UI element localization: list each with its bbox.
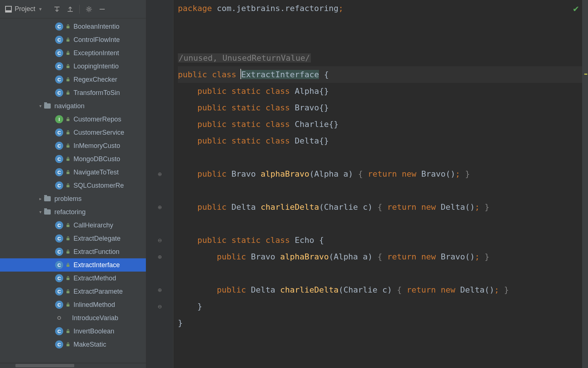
svg-rect-11 (67, 172, 69, 174)
svg-rect-12 (67, 185, 69, 187)
class-icon: C (55, 155, 63, 163)
tree-item-refactoring[interactable]: ▾refactoring (0, 205, 146, 219)
svg-rect-21 (67, 344, 69, 346)
lock-icon (65, 130, 71, 135)
svg-rect-9 (67, 145, 69, 148)
tree-item-label: CustomerService (74, 129, 124, 137)
tree-item-label: InMemoryCusto (74, 142, 120, 150)
code-line[interactable]: public static class Alpha{} (178, 83, 582, 99)
lock-icon (65, 236, 71, 241)
project-tree[interactable]: CBooleanIntentioCControlFlowInteCExcepti… (0, 18, 146, 363)
tree-item-introducevariab[interactable]: IntroduceVariab (0, 311, 146, 325)
code-line[interactable] (178, 33, 582, 50)
settings-button[interactable] (83, 4, 94, 15)
tree-item-invertboolean[interactable]: CInvertBoolean (0, 325, 146, 338)
tree-item-extractparamete[interactable]: CExtractParamete (0, 285, 146, 298)
code-line[interactable]: public Bravo alphaBravo(Alpha a) { retur… (178, 248, 582, 265)
tree-item-label: SQLCustomerRe (74, 182, 124, 190)
class-icon: C (55, 62, 63, 70)
code-line[interactable]: public static class Delta{} (178, 132, 582, 149)
svg-rect-2 (67, 39, 69, 42)
gutter-line (146, 215, 173, 232)
class-icon: C (55, 261, 63, 269)
editor-gutter: ⊕⊕⊖⊕⊕⊖ (146, 0, 173, 368)
tree-item-loopingintentio[interactable]: CLoopingIntentio (0, 60, 146, 73)
tree-item-label: TransformToSin (74, 89, 120, 97)
tree-item-label: MakeStatic (74, 341, 106, 348)
code-line[interactable]: package com.jetbrains.refactoring; (178, 0, 582, 17)
expand-all-button[interactable] (51, 4, 62, 15)
sidebar-hscrollbar[interactable] (0, 363, 146, 368)
tree-item-controlflowinte[interactable]: CControlFlowInte (0, 33, 146, 46)
project-icon (5, 6, 12, 13)
code-line[interactable] (178, 265, 582, 282)
class-icon: C (55, 340, 63, 348)
code-line[interactable]: } (178, 315, 582, 331)
tree-item-label: BooleanIntentio (74, 23, 119, 31)
tree-item-sqlcustomerre[interactable]: CSQLCustomerRe (0, 179, 146, 192)
tree-item-transformtosin[interactable]: CTransformToSin (0, 86, 146, 99)
tree-item-label: ExtractDelegate (74, 235, 121, 243)
code-line[interactable] (178, 215, 582, 232)
code-line[interactable] (178, 17, 582, 33)
tree-item-mongodbcusto[interactable]: CMongoDBCusto (0, 152, 146, 166)
tree-item-navigation[interactable]: ▾navigation (0, 99, 146, 113)
tree-item-label: InlinedMethod (74, 301, 115, 309)
lock-icon (65, 51, 71, 55)
code-line[interactable]: public Delta charlieDelta(Charlie c) { r… (178, 199, 582, 215)
svg-rect-6 (67, 92, 69, 95)
code-line[interactable]: public Bravo alphaBravo(Alpha a) { retur… (178, 166, 582, 182)
project-title: Project (15, 5, 35, 13)
class-icon: C (55, 274, 63, 282)
code-line[interactable]: /unused, UnusedReturnValue/ (178, 50, 582, 66)
tree-item-exceptionintent[interactable]: CExceptionIntent (0, 46, 146, 60)
code-line[interactable]: public Delta charlieDelta(Charlie c) { r… (178, 282, 582, 298)
chevron-down-icon: ▾ (37, 209, 44, 215)
collapse-all-button[interactable] (65, 4, 76, 15)
tree-item-regexchecker[interactable]: CRegexChecker (0, 73, 146, 86)
gutter-line: ⊕ (146, 282, 173, 298)
tree-item-extractinterface[interactable]: CExtractInterface (0, 258, 146, 272)
tree-item-inmemorycusto[interactable]: CInMemoryCusto (0, 139, 146, 152)
tree-item-makestatic[interactable]: CMakeStatic (0, 338, 146, 351)
tree-item-inlinedmethod[interactable]: CInlinedMethod (0, 298, 146, 311)
code-line[interactable]: public static class Charlie{} (178, 116, 582, 132)
chevron-right-icon: ▸ (37, 196, 44, 201)
gutter-line: ⊕ (146, 166, 173, 182)
code-area[interactable]: package com.jetbrains.refactoring; /unus… (173, 0, 582, 368)
tree-item-label: MongoDBCusto (74, 155, 120, 163)
code-line[interactable] (178, 149, 582, 166)
code-line[interactable]: } (178, 298, 582, 315)
tree-item-label: navigation (54, 102, 85, 110)
hide-button[interactable] (97, 4, 108, 15)
svg-rect-18 (67, 291, 69, 293)
tree-item-navigatetotest[interactable]: CNavigateToTest (0, 166, 146, 179)
class-icon: C (55, 75, 63, 84)
svg-rect-8 (67, 132, 69, 134)
svg-point-0 (88, 8, 90, 10)
code-line[interactable] (178, 182, 582, 199)
tree-item-customerservice[interactable]: CCustomerService (0, 126, 146, 139)
tree-item-problems[interactable]: ▸problems (0, 192, 146, 205)
tree-item-callheirarchy[interactable]: CCallHeirarchy (0, 219, 146, 232)
lock-icon (65, 302, 71, 307)
tree-item-extractfunction[interactable]: CExtractFunction (0, 245, 146, 258)
editor-vscrollbar[interactable] (582, 0, 588, 368)
tree-item-extractmethod[interactable]: CExtractMethod (0, 272, 146, 285)
tree-item-extractdelegate[interactable]: CExtractDelegate (0, 232, 146, 245)
tree-item-booleanintentio[interactable]: CBooleanIntentio (0, 20, 146, 33)
gutter-line (146, 315, 173, 331)
svg-rect-19 (67, 304, 69, 307)
tree-item-label: ExceptionIntent (74, 49, 119, 57)
gutter-line (146, 132, 173, 149)
svg-rect-5 (67, 79, 69, 81)
code-line[interactable]: public static class Bravo{} (178, 99, 582, 116)
tree-item-label: ExtractFunction (74, 248, 119, 256)
lock-icon (65, 91, 71, 95)
project-selector[interactable]: Project ▼ (3, 4, 45, 14)
lock-icon (65, 77, 71, 82)
tree-item-customerrepos[interactable]: ICustomerRepos (0, 113, 146, 126)
code-line[interactable]: public static class Echo { (178, 232, 582, 248)
code-line[interactable]: public class ExtractInterface { (178, 66, 582, 83)
code-editor[interactable]: ⊕⊕⊖⊕⊕⊖ package com.jetbrains.refactoring… (146, 0, 588, 368)
